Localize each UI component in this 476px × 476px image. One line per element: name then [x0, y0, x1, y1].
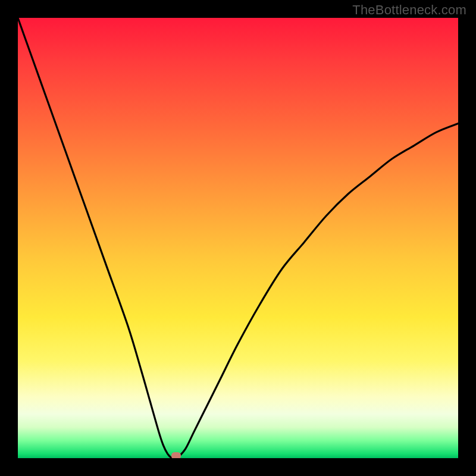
optimum-marker: [171, 452, 181, 458]
watermark-text: TheBottleneck.com: [352, 2, 466, 18]
chart-plot-area: [18, 18, 458, 458]
bottleneck-curve: [18, 18, 458, 458]
